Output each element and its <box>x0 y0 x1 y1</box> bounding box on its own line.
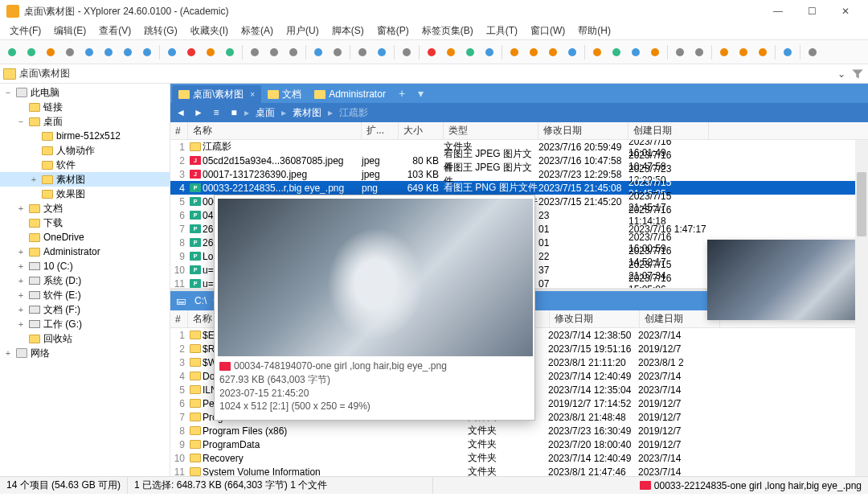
crumb-seg[interactable]: 素材图 <box>289 106 325 120</box>
menu-item[interactable]: 标签(A) <box>235 23 280 39</box>
toolbar-button[interactable] <box>202 43 219 61</box>
toolbar-button[interactable] <box>646 43 664 61</box>
menu-item[interactable]: 查看(V) <box>92 23 137 39</box>
drive-icon[interactable]: 🖴 <box>174 294 188 308</box>
column-header[interactable]: 类型 <box>444 122 538 139</box>
nav-root-icon[interactable]: ■ <box>227 105 241 120</box>
tree-item[interactable]: +10 (C:) <box>0 259 170 273</box>
column-header[interactable]: 名称 <box>188 122 362 139</box>
tree-item[interactable]: +Administrator <box>0 244 170 259</box>
expand-icon[interactable]: + <box>16 290 26 300</box>
nav-back-icon[interactable]: ◄ <box>174 105 188 120</box>
toolbar-button[interactable] <box>100 43 117 61</box>
crumb-seg[interactable]: 桌面 <box>252 106 278 120</box>
column-header[interactable]: 修改日期 <box>550 310 640 327</box>
menu-item[interactable]: 跳转(G) <box>137 23 183 39</box>
toolbar-button[interactable] <box>309 43 327 61</box>
tab[interactable]: 文档 <box>261 85 308 103</box>
tree-item[interactable]: 软件 <box>0 158 170 172</box>
toolbar-button[interactable] <box>80 43 98 61</box>
toolbar-button[interactable] <box>588 43 606 61</box>
expand-icon[interactable]: + <box>3 348 13 358</box>
nav-menu-icon[interactable]: ≡ <box>209 105 223 120</box>
menu-item[interactable]: 工具(T) <box>480 23 524 39</box>
expand-icon[interactable]: + <box>29 175 39 184</box>
toolbar-button[interactable] <box>285 43 302 61</box>
minimize-button[interactable]: — <box>762 2 794 21</box>
toolbar-button[interactable] <box>608 43 625 61</box>
expand-icon[interactable]: + <box>16 276 26 285</box>
tab-menu-button[interactable]: ▾ <box>411 87 430 100</box>
menu-item[interactable]: 帮助(H) <box>571 23 617 39</box>
toolbar-button[interactable] <box>442 43 460 61</box>
toolbar-button[interactable] <box>138 43 156 61</box>
toolbar-button[interactable] <box>481 43 498 61</box>
addressbar[interactable]: 桌面\素材图 ⌄ <box>0 64 868 84</box>
toolbar-button[interactable] <box>715 43 733 61</box>
column-header[interactable]: 修改日期 <box>538 122 628 139</box>
expand-icon[interactable]: + <box>16 203 26 213</box>
tree-item[interactable]: +系统 (D:) <box>0 273 170 288</box>
toolbar-button[interactable] <box>779 43 796 61</box>
maximize-button[interactable]: ☐ <box>796 2 828 21</box>
toolbar-button[interactable] <box>42 43 59 61</box>
column-headers-1[interactable]: #名称扩...大小类型修改日期创建日期 <box>170 122 868 140</box>
expand-icon[interactable]: − <box>16 117 26 126</box>
toolbar-button[interactable] <box>735 43 752 61</box>
expand-icon[interactable]: + <box>16 247 26 257</box>
toolbar-button[interactable] <box>754 43 772 61</box>
menu-item[interactable]: 脚本(S) <box>326 23 371 39</box>
toolbar-button[interactable] <box>373 43 391 61</box>
tree-item[interactable]: −桌面 <box>0 114 170 129</box>
toolbar-button[interactable] <box>398 43 416 61</box>
file-row[interactable]: 3J00017-1317236390.jpegjpeg103 KB看图王 JPE… <box>170 167 868 181</box>
close-button[interactable]: ✕ <box>829 2 862 21</box>
toolbar-button[interactable] <box>563 43 581 61</box>
tree-item[interactable]: birme-512x512 <box>0 129 170 143</box>
menu-item[interactable]: 窗格(P) <box>371 23 416 39</box>
tree-item[interactable]: +文档 (F:) <box>0 302 170 317</box>
menu-item[interactable]: 用户(U) <box>280 23 326 39</box>
breadcrumb[interactable]: ◄ ► ≡ ■ ▸ 桌面 ▸ 素材图 ▸ 江疏影 <box>170 103 868 122</box>
toolbar-button[interactable] <box>265 43 283 61</box>
toolbar-button[interactable] <box>246 43 264 61</box>
toolbar-button[interactable] <box>329 43 346 61</box>
toolbar-button[interactable] <box>423 43 440 61</box>
tree-item[interactable]: 链接 <box>0 100 170 114</box>
expand-icon[interactable]: − <box>3 88 13 97</box>
column-header[interactable]: # <box>170 122 188 139</box>
tree-item[interactable]: 人物动作 <box>0 143 170 158</box>
tree-item[interactable]: +素材图 <box>0 172 170 187</box>
file-row[interactable]: 4P00033-22124835...r,big eye_.pngpng649 … <box>170 181 868 195</box>
menu-item[interactable]: 窗口(W) <box>524 23 571 39</box>
crumb-ghost[interactable]: 江疏影 <box>336 106 371 120</box>
expand-icon[interactable]: + <box>16 305 26 314</box>
scrollbar-thumb[interactable] <box>857 172 866 236</box>
tab-add-button[interactable]: + <box>392 87 411 100</box>
toolbar-button[interactable] <box>804 43 821 61</box>
toolbar-button[interactable] <box>461 43 479 61</box>
tree-item[interactable]: +网络 <box>0 346 170 360</box>
toolbar-button[interactable] <box>182 43 200 61</box>
toolbar-button[interactable] <box>525 43 542 61</box>
tab[interactable]: 桌面\素材图× <box>172 85 261 103</box>
toolbar-button[interactable] <box>221 43 239 61</box>
toolbar-button[interactable] <box>61 43 79 61</box>
scrollbar[interactable] <box>855 140 868 476</box>
tree-item[interactable]: +文档 <box>0 201 170 216</box>
menu-item[interactable]: 文件(F) <box>3 23 47 39</box>
toolbar-button[interactable] <box>690 43 708 61</box>
file-row[interactable]: 10Recovery文件夹2023/7/14 12:40:492023/7/14 <box>170 451 868 465</box>
nav-fwd-icon[interactable]: ► <box>191 105 206 120</box>
toolbar-button[interactable] <box>544 43 562 61</box>
expand-icon[interactable]: + <box>16 261 26 271</box>
tree-item[interactable]: 下载 <box>0 216 170 230</box>
filter-icon[interactable] <box>850 67 865 81</box>
toolbar-button[interactable] <box>671 43 689 61</box>
toolbar-button[interactable] <box>506 43 523 61</box>
tree-item[interactable]: OneDrive <box>0 230 170 244</box>
menu-item[interactable]: 编辑(E) <box>47 23 92 39</box>
tree-item[interactable]: +工作 (G:) <box>0 317 170 331</box>
toolbar-button[interactable] <box>163 43 181 61</box>
crumb2-text[interactable]: C:\ <box>191 295 210 306</box>
